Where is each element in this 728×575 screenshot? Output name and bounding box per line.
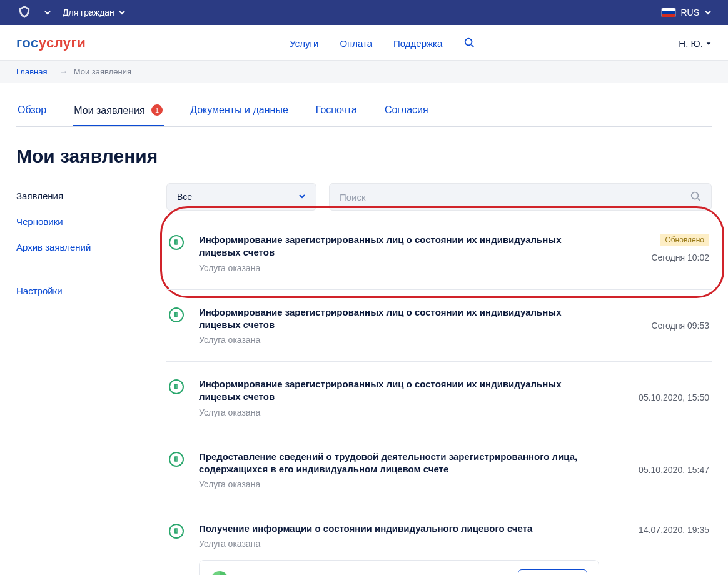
sidebar-item-settings[interactable]: Настройки <box>16 278 141 304</box>
application-item[interactable]: Информирование зарегистрированных лиц о … <box>166 289 712 362</box>
gov-emblem-dropdown[interactable] <box>44 9 51 16</box>
logo-part2: услуги <box>39 35 86 51</box>
application-status: Услуга оказана <box>199 335 599 345</box>
svg-point-0 <box>465 38 472 45</box>
sidebar-item-archive[interactable]: Архив заявлений <box>16 234 141 260</box>
nav-services[interactable]: Услуги <box>290 38 318 49</box>
application-title: Информирование зарегистрированных лиц о … <box>199 306 599 332</box>
nav-payment[interactable]: Оплата <box>340 38 372 49</box>
breadcrumb: Главная → Мои заявления <box>0 61 728 82</box>
application-status: Услуга оказана <box>199 408 599 418</box>
gov-emblem-icon <box>16 4 33 22</box>
svg-point-1 <box>692 192 699 199</box>
application-time: 14.07.2020, 19:35 <box>639 525 709 535</box>
search-icon[interactable] <box>690 191 701 204</box>
application-title: Информирование зарегистрированных лиц о … <box>199 234 599 259</box>
application-time: Сегодня 09:53 <box>651 321 709 331</box>
application-time-col: Обновлено Сегодня 10:02 <box>651 234 709 262</box>
tab-consents[interactable]: Согласия <box>383 104 430 126</box>
application-item[interactable]: Информирование зарегистрированных лиц о … <box>166 217 712 289</box>
application-status: Услуга оказана <box>199 479 599 489</box>
application-item[interactable]: Получение информации о состоянии индивид… <box>166 506 712 575</box>
user-name: Н. Ю. <box>679 38 703 49</box>
audience-dropdown[interactable]: Для граждан <box>63 8 126 18</box>
chevron-down-icon <box>298 192 306 202</box>
profile-tabs: Обзор Мои заявления 1 Документы и данные… <box>16 104 712 127</box>
application-time: 05.10.2020, 15:50 <box>639 392 709 402</box>
application-title: Предоставление сведений о трудовой деяте… <box>199 451 599 476</box>
application-time: 05.10.2020, 15:47 <box>639 465 709 475</box>
flag-ru-icon <box>662 8 675 17</box>
breadcrumb-current: Мои заявления <box>74 67 131 76</box>
tab-applications-label: Мои заявления <box>74 105 145 116</box>
breadcrumb-sep-icon: → <box>59 67 68 76</box>
status-done-icon <box>169 378 186 418</box>
tab-overview[interactable]: Обзор <box>16 104 48 126</box>
application-item[interactable]: Информирование зарегистрированных лиц о … <box>166 361 712 434</box>
nav-support[interactable]: Поддержка <box>393 38 442 49</box>
tab-applications-count: 1 <box>151 104 163 116</box>
main-nav: Услуги Оплата Поддержка <box>290 37 475 50</box>
status-done-icon <box>169 451 186 490</box>
details-button[interactable]: Подробнее <box>518 569 587 575</box>
page-title: Мои заявления <box>16 146 712 167</box>
search-icon[interactable] <box>463 37 475 50</box>
audience-label: Для граждан <box>63 8 114 18</box>
status-done-icon <box>169 522 186 575</box>
filter-category-dropdown[interactable]: Все <box>166 183 316 211</box>
logo-part1: гос <box>16 35 39 51</box>
status-done-icon <box>169 234 186 273</box>
tab-applications[interactable]: Мои заявления 1 <box>73 104 164 126</box>
site-logo[interactable]: госуслуги <box>16 35 86 51</box>
application-time: Сегодня 10:02 <box>651 252 709 262</box>
user-menu[interactable]: Н. Ю. <box>679 38 712 49</box>
search-field[interactable] <box>329 183 712 211</box>
application-status: Услуга оказана <box>199 263 599 273</box>
filter-category-value: Все <box>177 192 192 202</box>
sidebar-item-applications[interactable]: Заявления <box>16 183 141 209</box>
request-source-card: По запросу ПАО Сбербанк Подробнее <box>199 560 599 575</box>
tab-documents[interactable]: Документы и данные <box>189 104 290 126</box>
language-code: RUS <box>680 8 699 18</box>
caret-down-icon <box>705 38 712 49</box>
sidebar-item-drafts[interactable]: Черновики <box>16 209 141 234</box>
search-input[interactable] <box>340 192 690 202</box>
sberbank-icon <box>211 571 228 575</box>
tab-gosmail[interactable]: Госпочта <box>315 104 358 126</box>
sidebar: Заявления Черновики Архив заявлений Наст… <box>16 183 141 304</box>
application-status: Услуга оказана <box>199 539 599 549</box>
status-done-icon <box>169 306 186 346</box>
updated-badge: Обновлено <box>660 234 709 246</box>
language-dropdown[interactable]: RUS <box>662 8 712 18</box>
breadcrumb-home[interactable]: Главная <box>16 67 47 76</box>
application-title: Информирование зарегистрированных лиц о … <box>199 378 599 404</box>
application-title: Получение информации о состоянии индивид… <box>199 522 599 535</box>
application-item[interactable]: Предоставление сведений о трудовой деяте… <box>166 434 712 506</box>
